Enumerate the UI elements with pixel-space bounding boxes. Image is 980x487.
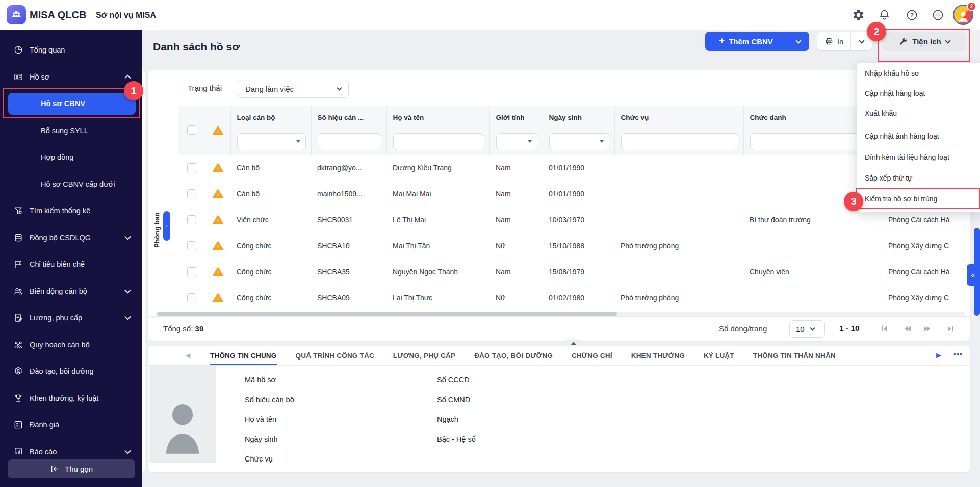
sidebar-item-15[interactable]: Báo cáo xyxy=(0,439,142,454)
cell-hoten: Nguyễn Ngọc Thành xyxy=(386,259,489,285)
tab-1[interactable]: QUÁ TRÌNH CÔNG TÁC xyxy=(296,346,374,365)
previous-page-button[interactable] xyxy=(903,325,911,333)
collapse-sidebar-button[interactable]: Thu gọn xyxy=(8,459,135,478)
step-badge-3: 3 xyxy=(844,192,863,211)
rows-per-page-value: 10 xyxy=(796,325,805,334)
row-checkbox[interactable] xyxy=(187,267,196,276)
select-all-cell xyxy=(178,106,205,155)
menu-item-1-0[interactable]: Cập nhật ảnh hàng loạt xyxy=(857,125,980,146)
notifications-bell-icon[interactable] xyxy=(878,9,891,21)
detail-field-label: Ngày sinh xyxy=(245,435,277,443)
add-cbnv-button[interactable]: + Thêm CBNV xyxy=(705,32,787,51)
utilities-button[interactable]: Tiện ích xyxy=(882,32,966,51)
more-options-icon[interactable] xyxy=(932,9,944,21)
rows-per-page-select[interactable]: 10 xyxy=(789,320,825,338)
sidebar-item-3[interactable]: Bổ sung SYLL xyxy=(0,117,142,144)
sidebar-item-12[interactable]: Đào tạo, bồi dưỡng xyxy=(0,358,142,385)
last-page-button[interactable] xyxy=(946,325,955,333)
column-filter-input[interactable] xyxy=(393,133,484,150)
app-root: MISA QLCB Sở nội vụ MISA ? 2 Tổng quanHồ… xyxy=(0,0,980,487)
resize-handle[interactable] xyxy=(564,340,583,346)
column-filter-select[interactable] xyxy=(496,133,537,150)
open-department-panel-handle[interactable]: › xyxy=(163,211,170,241)
tab-5[interactable]: KHEN THƯỞNG xyxy=(631,346,685,365)
sidebar-item-0[interactable]: Tổng quan xyxy=(0,37,142,64)
table-row[interactable]: !Cán bộdktrang@yo...Dương Kiều TrangNam0… xyxy=(178,155,970,181)
tab-0[interactable]: THÔNG TIN CHUNG xyxy=(210,346,277,365)
plus-icon: + xyxy=(719,35,725,46)
settings-gear-icon[interactable] xyxy=(852,9,865,21)
sidebar: Tổng quanHồ sơHồ sơ CBNVBổ sung SYLLHợp … xyxy=(0,30,142,487)
cell-sohieu: SHCBA10 xyxy=(311,233,386,259)
sidebar-item-4[interactable]: Hợp đồng xyxy=(0,144,142,171)
horizontal-scrollbar-thumb[interactable] xyxy=(157,312,617,316)
column-header[interactable]: Họ và tên xyxy=(393,114,424,121)
menu-item-1-1[interactable]: Đính kèm tài liệu hàng loạt xyxy=(857,146,980,167)
row-checkbox[interactable] xyxy=(187,241,196,250)
menu-item-1-2[interactable]: Sắp xếp thứ tự xyxy=(857,167,980,188)
help-icon[interactable]: ? xyxy=(906,9,918,21)
column-header[interactable]: Loại cán bộ xyxy=(237,114,275,121)
column-header[interactable]: Số hiệu cán ... xyxy=(318,114,364,121)
sidebar-item-1[interactable]: Hồ sơ xyxy=(0,64,142,91)
menu-item-0-1[interactable]: Cập nhật hàng loạt xyxy=(857,83,980,103)
sidebar-item-label: Bổ sung SYLL xyxy=(41,126,88,135)
column-header[interactable]: Chức danh xyxy=(750,114,786,121)
cell-gioitinh: Nữ xyxy=(489,233,543,259)
table-row[interactable]: !Công chứcSHCBA09Lại Thị ThựcNữ01/02/198… xyxy=(178,285,970,311)
add-cbnv-split-button: + Thêm CBNV xyxy=(705,32,809,51)
row-checkbox[interactable] xyxy=(187,189,196,198)
column-header[interactable]: Ngày sinh xyxy=(549,114,582,121)
column-header[interactable]: Chức vụ xyxy=(621,114,649,121)
docpen-icon xyxy=(13,313,23,323)
add-cbnv-dropdown-toggle[interactable] xyxy=(787,32,809,51)
column-filter-select[interactable] xyxy=(549,133,609,150)
column-header[interactable]: Giới tính xyxy=(496,114,525,121)
table-row[interactable]: !Công chứcSHCBA35Nguyễn Ngọc ThànhNam15/… xyxy=(178,259,970,285)
sidebar-item-6[interactable]: Tìm kiếm thống kê xyxy=(0,197,142,224)
tab-3[interactable]: ĐÀO TẠO, BỒI DƯỠNG xyxy=(474,346,553,365)
menu-item-0-2[interactable]: Xuất khẩu xyxy=(857,103,980,123)
sidebar-item-8[interactable]: Chỉ tiêu biên chế xyxy=(0,251,142,278)
personbadge-icon xyxy=(13,366,23,376)
print-button[interactable]: In xyxy=(817,32,851,50)
horizontal-scrollbar[interactable] xyxy=(157,312,965,316)
open-right-panel-handle[interactable]: « xyxy=(967,264,979,286)
person-icon xyxy=(956,9,971,24)
collapse-icon xyxy=(50,464,60,474)
sidebar-item-active[interactable]: Hồ sơ CBNV xyxy=(0,90,142,117)
column-filter-input[interactable] xyxy=(621,133,738,150)
detail-field-label: Bậc - Hệ số xyxy=(437,435,476,443)
tab-2[interactable]: LƯƠNG, PHỤ CẤP xyxy=(393,346,455,365)
tab-7[interactable]: THÔNG TIN THÂN NHÂN xyxy=(753,346,836,365)
status-filter-select[interactable]: Đang làm việc xyxy=(238,80,349,98)
sidebar-item-11[interactable]: Quy hoạch cán bộ xyxy=(0,331,142,358)
sidebar-item-13[interactable]: Khen thưởng, kỷ luật xyxy=(0,385,142,412)
tabs-more-button[interactable]: ••• xyxy=(953,350,963,358)
table-row[interactable]: !Công chứcSHCBA10Mai Thị TânNữ15/10/1988… xyxy=(178,233,970,259)
first-page-button[interactable] xyxy=(880,325,888,333)
next-page-button[interactable] xyxy=(923,325,932,333)
cell-chucvu: Phó trưởng phòng xyxy=(614,285,743,311)
menu-item-0-0[interactable]: Nhập khẩu hồ sơ xyxy=(857,63,980,83)
cell-hoten: Mai Mai Mai xyxy=(386,181,489,207)
tab-6[interactable]: KỶ LUẬT xyxy=(704,346,734,365)
row-checkbox[interactable] xyxy=(187,293,196,302)
tabs-scroll-left[interactable]: ◀ xyxy=(186,352,190,359)
cell-loai: Cán bộ xyxy=(230,181,311,207)
wrench-icon xyxy=(898,37,908,46)
row-checkbox[interactable] xyxy=(187,215,196,224)
column-filter-input[interactable] xyxy=(318,133,381,150)
cell-chucvu xyxy=(614,207,743,233)
sidebar-item-10[interactable]: Lương, phụ cấp xyxy=(0,304,142,331)
sidebar-item-5[interactable]: Hồ sơ CBNV cấp dưới xyxy=(0,171,142,198)
sidebar-item-9[interactable]: Biến động cán bộ xyxy=(0,278,142,305)
row-checkbox[interactable] xyxy=(187,163,196,172)
tabs-scroll-right[interactable]: ▶ xyxy=(936,351,941,359)
sidebar-item-7[interactable]: Đồng bộ CSDLQG xyxy=(0,224,142,251)
sidebar-item-14[interactable]: Đánh giá xyxy=(0,412,142,439)
menu-item-highlighted[interactable]: Kiểm tra hồ sơ bị trùng xyxy=(857,188,980,209)
select-all-checkbox[interactable] xyxy=(187,125,196,135)
column-filter-select[interactable] xyxy=(237,133,306,150)
tab-4[interactable]: CHỨNG CHỈ xyxy=(572,346,612,365)
